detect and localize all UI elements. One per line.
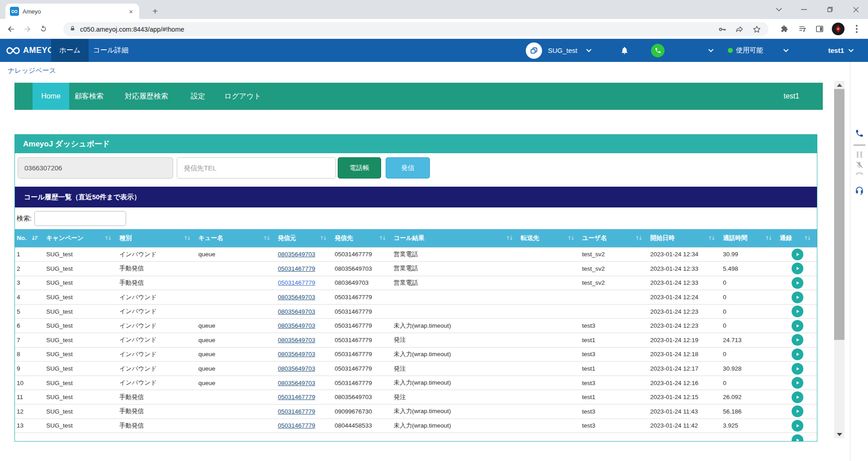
caller-number-link[interactable]: 08035649703 [278, 365, 316, 372]
extensions-puzzle-icon[interactable] [778, 23, 790, 35]
caller-number-link[interactable]: 05031467779 [278, 394, 316, 400]
browser-tab[interactable]: Ameyo × [5, 4, 139, 19]
column-header-result[interactable]: コール結果 [392, 229, 519, 247]
scrollbar-thumb[interactable] [834, 89, 844, 340]
rail-mute-mic-icon[interactable] [850, 161, 868, 169]
play-recording-button[interactable] [792, 377, 803, 389]
side-panel-icon[interactable] [814, 23, 826, 35]
caller-number-link[interactable]: 08035649703 [278, 337, 316, 343]
user-chevron-icon[interactable] [848, 39, 854, 62]
caller-number-link[interactable]: 08035649703 [278, 294, 316, 301]
column-header-record[interactable]: 通録 [778, 229, 817, 247]
page-scrollbar[interactable] [834, 81, 844, 438]
extension-chevron-icon[interactable] [708, 39, 714, 62]
caller-number-link[interactable]: 08035649703 [278, 351, 316, 358]
play-recording-button[interactable] [792, 320, 803, 332]
scrollbar-down-arrow-icon[interactable] [834, 430, 844, 438]
destination-tel-input[interactable] [177, 157, 336, 179]
share-icon[interactable] [734, 24, 745, 35]
play-recording-button[interactable] [792, 420, 803, 432]
sort-both-icon[interactable] [320, 235, 327, 241]
window-close-button[interactable] [849, 3, 863, 16]
campaign-name[interactable]: SUG_test [548, 39, 577, 62]
window-restore-button[interactable] [823, 3, 836, 16]
green-nav-settings[interactable]: 設定 [191, 83, 205, 110]
sort-both-icon[interactable] [263, 235, 271, 241]
play-recording-button[interactable] [792, 277, 803, 289]
play-recording-button[interactable] [792, 334, 803, 346]
password-key-icon[interactable] [717, 24, 728, 35]
window-chevron-icon[interactable] [772, 3, 786, 16]
bookmark-star-icon[interactable] [751, 24, 762, 35]
column-header-type[interactable]: 種別 [118, 229, 197, 247]
column-header-to[interactable]: 発信先 [333, 229, 392, 247]
caller-number-link[interactable]: 08035649703 [278, 308, 316, 315]
column-header-no[interactable]: No. [15, 229, 44, 247]
green-nav-customer-search[interactable]: 顧客検索 [75, 83, 104, 110]
caller-number-link[interactable]: 08035649703 [278, 322, 316, 329]
column-header-campaign[interactable]: キャンペーン [44, 229, 118, 247]
green-nav-home[interactable]: Home [33, 83, 69, 110]
phone-status-icon[interactable] [651, 39, 665, 62]
campaign-chevron-icon[interactable] [586, 39, 592, 62]
play-recording-button[interactable] [792, 434, 803, 442]
sort-both-icon[interactable] [379, 235, 387, 241]
rail-pause-icon[interactable] [850, 151, 868, 158]
sort-both-icon[interactable] [184, 235, 191, 241]
play-recording-button[interactable] [792, 405, 803, 417]
green-nav-logout[interactable]: ログアウト [224, 83, 261, 110]
rail-call-phone-icon[interactable] [850, 129, 868, 138]
sort-both-icon[interactable] [635, 235, 643, 241]
column-header-transfer[interactable]: 転送先 [519, 229, 580, 247]
browser-menu-dots-icon[interactable] [851, 23, 863, 35]
column-header-queue[interactable]: キュー名 [197, 229, 276, 247]
play-recording-button[interactable] [792, 306, 803, 317]
rail-hangup-icon[interactable] [850, 171, 868, 177]
play-recording-button[interactable] [792, 292, 803, 303]
caller-number-link[interactable]: 08035649703 [278, 380, 316, 386]
column-header-datetime[interactable]: 開始日時 [648, 229, 721, 247]
sort-both-icon[interactable] [506, 235, 514, 241]
reload-icon[interactable] [38, 24, 49, 34]
phonebook-button[interactable]: 電話帳 [338, 157, 381, 179]
sort-both-icon[interactable] [567, 235, 575, 241]
history-search-input[interactable] [34, 211, 126, 226]
call-button[interactable]: 発信 [386, 157, 430, 179]
new-tab-button[interactable]: + [149, 5, 161, 17]
sort-both-icon[interactable] [765, 235, 773, 241]
caller-number-link[interactable]: 05031467779 [278, 265, 316, 272]
sort-active-icon[interactable] [31, 235, 39, 241]
nav-tab-home[interactable]: ホーム [51, 39, 89, 62]
profile-avatar[interactable] [832, 23, 844, 35]
sort-both-icon[interactable] [804, 235, 811, 241]
sort-both-icon[interactable] [104, 235, 112, 241]
window-minimize-button[interactable] [797, 3, 811, 16]
caller-number-link[interactable]: 05031467779 [278, 408, 316, 415]
sort-both-icon[interactable] [708, 235, 716, 241]
play-recording-button[interactable] [792, 263, 803, 274]
scrollbar-up-arrow-icon[interactable] [834, 81, 844, 89]
caller-number-link[interactable]: 05031467779 [278, 422, 316, 429]
media-controls-icon[interactable] [797, 23, 808, 35]
play-recording-button[interactable] [792, 348, 803, 360]
user-menu-name[interactable]: test1 [828, 39, 844, 62]
campaign-icon[interactable] [526, 39, 542, 62]
forward-icon[interactable] [22, 24, 33, 34]
column-header-user[interactable]: ユーザ名 [580, 229, 649, 247]
availability-status[interactable]: 使用可能 [736, 39, 763, 62]
back-icon[interactable] [5, 24, 16, 34]
knowledge-base-link[interactable]: ナレッジベース [8, 66, 56, 75]
column-header-duration[interactable]: 通話時間 [721, 229, 778, 247]
green-nav-history-search[interactable]: 対応履歴検索 [125, 83, 168, 110]
status-chevron-icon[interactable] [783, 39, 789, 62]
play-recording-button[interactable] [792, 391, 803, 403]
tab-close-icon[interactable]: × [127, 8, 135, 15]
caller-number-link[interactable]: 08035649703 [278, 251, 316, 258]
column-header-from[interactable]: 発信元 [276, 229, 333, 247]
play-recording-button[interactable] [792, 249, 803, 260]
url-text[interactable]: c050.ameyoj.com:8443/app/#!home [80, 26, 711, 33]
nav-tab-call-detail[interactable]: コール詳細 [93, 39, 128, 62]
rail-headset-icon[interactable] [850, 186, 868, 196]
address-bar[interactable]: c050.ameyoj.com:8443/app/#!home [63, 22, 769, 36]
caller-number-link[interactable]: 05031467779 [278, 279, 316, 286]
